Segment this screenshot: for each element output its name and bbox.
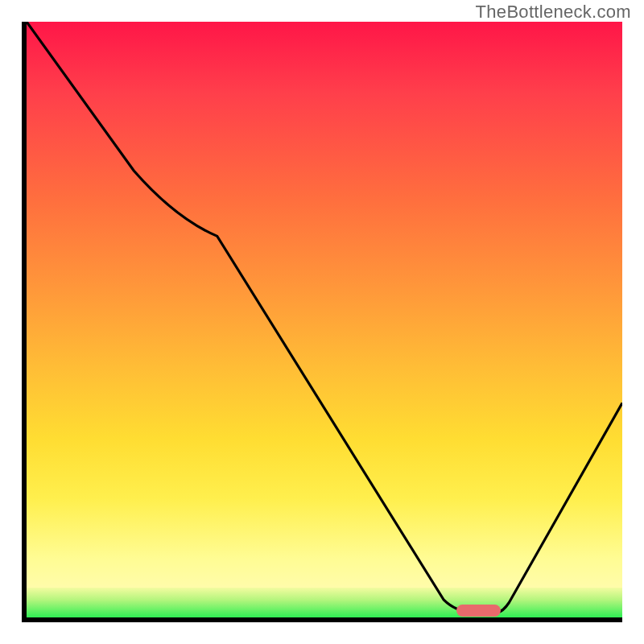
- curve-path: [27, 22, 622, 613]
- watermark-text: TheBottleneck.com: [476, 2, 631, 23]
- plot-area: /* override non-scaling-stroke with expl…: [22, 22, 622, 622]
- optimum-marker: [456, 605, 501, 616]
- bottleneck-curve: /* override non-scaling-stroke with expl…: [27, 22, 622, 617]
- chart-canvas: TheBottleneck.com /* override non-scalin…: [0, 0, 644, 644]
